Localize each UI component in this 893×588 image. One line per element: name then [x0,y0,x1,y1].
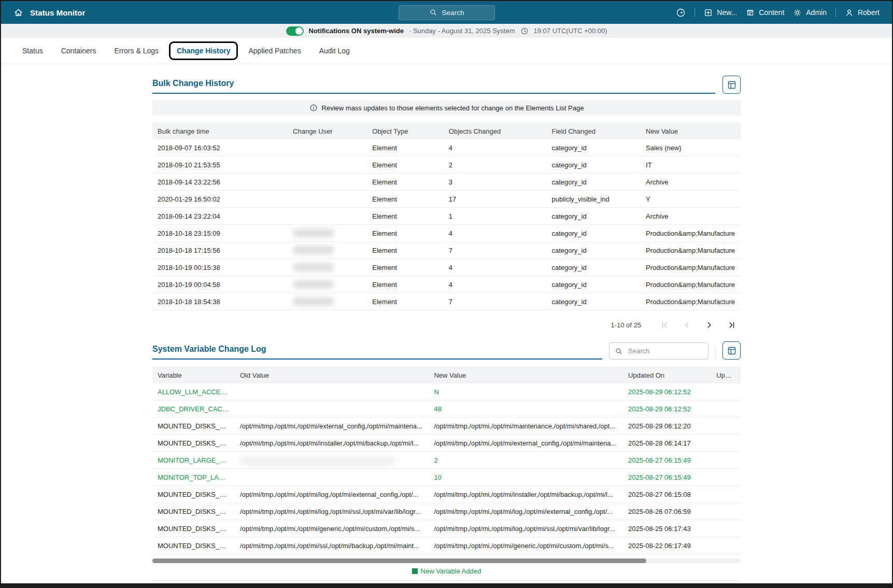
bulk-section-title: Bulk Change History [152,79,715,94]
footer-divider [152,580,741,581]
divider [835,8,836,17]
col-header-objects-changed: Objects Changed [444,123,547,139]
bulk-pagination: 1-10 of 25 [152,317,741,333]
redacted-user-blob [293,263,334,271]
col-header-object-type: Object Type [367,123,444,139]
content-button[interactable]: Content [746,8,784,17]
table-row: ALLOW_LLM_ACCESS_... N 2025-08-29 06:12:… [152,383,741,400]
notifications-toggle[interactable] [286,26,304,36]
sysvar-section-title: System Variable Change Log [152,345,602,360]
bulk-table-body: 2018-09-07 16:03:52 Element 4 category_i… [152,139,741,310]
admin-button[interactable]: Admin [793,8,827,17]
info-icon [309,104,318,112]
user-name-label: Robert [858,8,880,17]
table-row: 2018-09-10 21:53:55 Element 2 category_i… [152,156,741,174]
tab-bar: Status Containers Errors & Logs Change H… [1,38,892,64]
content-button-label: Content [759,8,784,17]
divider [715,347,716,359]
clock-icon [520,27,529,35]
col-header-old-value: Old Value [235,367,429,383]
user-menu-button[interactable]: Robert [845,8,880,17]
table-row: 2018-09-14 23:22:04 Element 1 category_i… [152,208,741,225]
notification-bar: Notifications ON system-wide · Sunday - … [1,24,892,38]
redacted-user-blob [293,297,334,306]
tab-status[interactable]: Status [15,41,51,60]
redacted-user-blob [293,229,334,237]
legend-label: New Variable Added [421,567,481,575]
bulk-info-banner: Review mass updates to those elements se… [152,100,741,116]
horizontal-scrollbar-thumb[interactable] [152,558,646,563]
assistant-button[interactable] [676,8,686,18]
tab-change-history[interactable]: Change History [169,41,238,60]
table-row: MOUNTED_DISKS_TO_... /opt/mi/tmp,/opt/mi… [152,486,741,503]
table-row: MONITOR_TOP_LARGE... 10 2025-08-27 06:15… [152,469,741,486]
tab-audit-log[interactable]: Audit Log [311,41,358,60]
table-row: MOUNTED_DISKS_TO_... /opt/mi/tmp,/opt/mi… [152,503,741,520]
top-bar: Status Monitor Search New... [1,1,892,24]
sysvar-table-body: ALLOW_LLM_ACCESS_... N 2025-08-29 06:12:… [152,383,741,554]
col-header-bulk-change-time: Bulk change time [152,123,288,139]
sysvar-table-settings-button[interactable] [722,341,741,360]
table-row: MOUNTED_DISKS_TO_... /opt/mi/tmp,/opt/mi… [152,520,741,537]
page-content: Bulk Change History Review mass updates … [152,64,741,588]
col-header-new-value: New Value [429,367,623,383]
notification-date: · Sunday - August 31, 2025 System [409,27,515,35]
table-columns-icon [727,346,736,355]
table-row: 2018-10-19 00:15:38 Element 4 category_i… [152,259,741,276]
bulk-next-page-button[interactable] [700,317,718,333]
bulk-table-header-row: Bulk change time Change User Object Type… [152,123,741,139]
bulk-first-page-button[interactable] [655,317,674,333]
table-row: 2018-10-18 17:15:56 Element 7 category_i… [152,242,741,259]
col-header-variable: Variable [152,367,235,383]
app-window: Status Monitor Search New... [0,0,893,588]
bulk-prev-page-button[interactable] [677,317,696,333]
global-search-label: Search [442,9,464,17]
redacted-user-blob [293,246,334,254]
notification-time: 19:07 UTC(UTC +00:00) [534,27,607,35]
bulk-pagination-label: 1-10 of 25 [611,321,641,329]
bulk-table-settings-button[interactable] [722,76,741,94]
system-variable-change-log-section: System Variable Change Log [152,341,741,588]
sysvar-table: Variable Old Value New Value Updated On … [152,367,741,554]
sysvar-section-head: System Variable Change Log [152,341,741,360]
green-square-icon [412,568,418,574]
new-variable-legend: New Variable Added [152,567,741,575]
table-row: 2018-09-14 23:22:56 Element 3 category_i… [152,174,741,191]
redacted-user-blob [293,280,334,289]
table-row: 2018-10-18 23:15:09 Element 4 category_i… [152,225,741,242]
bulk-change-table: Bulk change time Change User Object Type… [152,123,741,310]
bulk-last-page-button[interactable] [722,317,741,333]
new-button[interactable]: New... [704,8,737,17]
notification-label: Notifications ON system-wide [309,27,404,35]
search-icon [615,347,623,355]
col-header-new-value: New Value [641,123,741,139]
redacted-old-value-blob [240,457,395,464]
bulk-section-head: Bulk Change History [152,76,741,94]
table-columns-icon [727,80,736,90]
tab-containers[interactable]: Containers [53,41,104,60]
col-header-change-user: Change User [288,123,367,139]
search-icon [429,8,437,17]
table-row: MONITOR_LARGE_TAB... 2 2025-08-27 06:15:… [152,452,741,469]
home-icon[interactable] [13,8,23,18]
global-search[interactable]: Search [399,5,495,20]
sysvar-search-box [609,342,708,360]
table-row: 2018-10-18 18:54:38 Element 7 category_i… [152,293,741,310]
sysvar-search-input[interactable] [627,347,703,355]
tab-applied-patches[interactable]: Applied Patches [240,41,308,60]
sysvar-table-header-row: Variable Old Value New Value Updated On … [152,367,741,383]
gear-icon [793,8,802,17]
table-row: 2018-10-19 00:04:58 Element 4 category_i… [152,276,741,293]
horizontal-scrollbar-track[interactable] [152,558,741,563]
col-header-field-changed: Field Changed [546,123,641,139]
document-icon [746,8,755,17]
top-bar-actions: New... Content Admin Robert [676,8,880,18]
tab-errors-logs[interactable]: Errors & Logs [106,41,166,60]
divider [694,8,695,17]
bulk-info-text: Review mass updates to those elements se… [322,104,584,112]
table-row: 2020-01-29 16:50:02 Element 17 publicly_… [152,191,741,208]
person-icon [845,8,854,17]
table-row: 2018-09-07 16:03:52 Element 4 category_i… [152,139,741,156]
table-row: MOUNTED_DISKS_TO_... /opt/mi/tmp,/opt/mi… [152,537,741,554]
table-row: MOUNTED_DISKS_TO_... /opt/mi/tmp,/opt/mi… [152,418,741,435]
